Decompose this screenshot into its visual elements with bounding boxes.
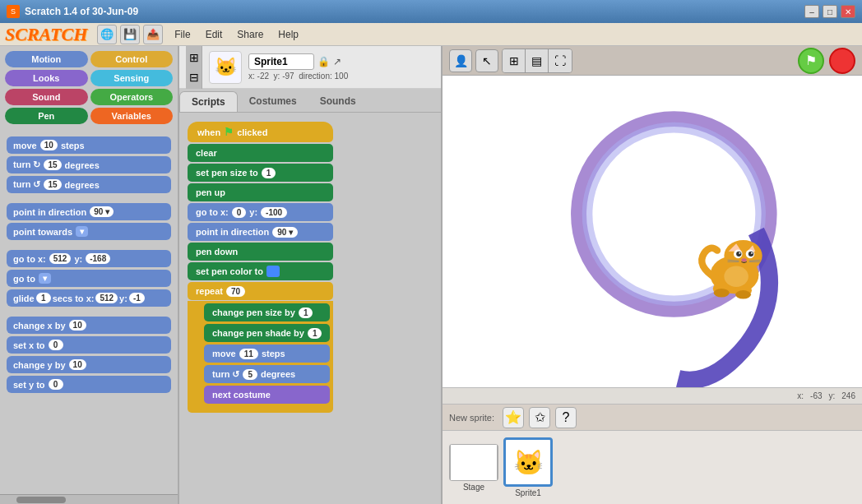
sprite-coordinates: x: -22 y: -97 direction: 100 xyxy=(248,72,434,81)
direction-arrow: ↗ xyxy=(333,56,341,67)
sprite1-thumbnail-item[interactable]: 🐱 Sprite1 xyxy=(503,437,553,497)
blocks-panel: Motion Control Looks Sensing Sound Opera… xyxy=(0,46,179,504)
category-pen[interactable]: Pen xyxy=(5,108,88,124)
block-set-pen-color[interactable]: set pen color to xyxy=(188,262,333,280)
view-full-button[interactable]: ⛶ xyxy=(549,49,572,72)
category-control[interactable]: Control xyxy=(90,51,174,67)
stage-thumb-box xyxy=(449,444,498,481)
sprite-name-input[interactable] xyxy=(248,53,314,70)
menu-file[interactable]: File xyxy=(168,26,197,43)
block-goto-xy-0-neg100[interactable]: go to x: 0 y: -100 xyxy=(188,203,333,221)
block-point-dir-90[interactable]: point in direction 90 ▾ xyxy=(188,223,333,241)
sprite-direction: 100 xyxy=(335,72,349,81)
category-sensing[interactable]: Sensing xyxy=(90,70,174,86)
new-sprite-paint-button[interactable]: ⭐ xyxy=(503,407,524,428)
expand-stage-btn[interactable]: ⊞ xyxy=(189,51,199,64)
sprite1-label: Sprite1 xyxy=(515,488,541,497)
blocks-scrollbar[interactable] xyxy=(0,494,178,504)
pen-color-swatch[interactable] xyxy=(266,266,280,277)
tab-costumes[interactable]: Costumes xyxy=(238,91,308,112)
flag-icon: ⚑ xyxy=(224,126,234,138)
blocks-list: move 10 steps turn ↻ 15 degrees turn ↺ 1… xyxy=(0,129,178,494)
sprite-y: -97 xyxy=(282,72,294,81)
block-goto[interactable]: go to ▾ xyxy=(7,270,171,287)
block-goto-xy[interactable]: go to x: 512 y: -168 xyxy=(7,250,171,267)
stage-controls: ⚑ xyxy=(798,48,855,74)
block-move[interactable]: move 10 steps xyxy=(7,136,171,154)
block-clear[interactable]: clear xyxy=(188,144,333,162)
svg-point-21 xyxy=(714,289,730,298)
menu-edit[interactable]: Edit xyxy=(199,26,229,43)
sprite-info-bar: ⊞ ⊟ 🐱 🔒 ↗ x: -22 y: -97 direction: 100 xyxy=(179,46,441,89)
category-variables[interactable]: Variables xyxy=(90,108,174,124)
sprite-x: -22 xyxy=(257,72,269,81)
view-normal-button[interactable]: ⊞ xyxy=(503,49,526,72)
repeat-bottom xyxy=(188,406,333,413)
block-turn-ccw[interactable]: turn ↺ 15 degrees xyxy=(7,176,171,193)
category-operators[interactable]: Operators xyxy=(90,89,174,105)
block-pen-down[interactable]: pen down xyxy=(188,243,333,261)
menu-share[interactable]: Share xyxy=(230,26,270,43)
block-next-costume[interactable]: next costume xyxy=(204,386,330,404)
block-turn-5[interactable]: turn ↺ 5 degrees xyxy=(204,365,330,383)
stage-thumbnail-item[interactable]: Stage xyxy=(449,444,498,492)
block-change-pen-shade[interactable]: change pen shade by 1 xyxy=(204,324,330,342)
block-change-pen-size[interactable]: change pen size by 1 xyxy=(204,303,330,321)
category-sound[interactable]: Sound xyxy=(5,89,88,105)
repeat-inner: change pen size by 1 change pen shade by… xyxy=(188,301,333,406)
svg-point-10 xyxy=(736,252,741,257)
svg-point-22 xyxy=(735,290,751,299)
tab-scripts[interactable]: Scripts xyxy=(179,91,238,112)
scripts-workspace[interactable]: when ⚑ clicked clear set pen size to 1 p… xyxy=(179,113,441,504)
save-button[interactable]: 💾 xyxy=(120,25,140,44)
sprite1-thumb-box: 🐱 xyxy=(503,437,553,487)
sprite-thumbnail: 🐱 xyxy=(209,51,242,84)
svg-point-12 xyxy=(739,252,740,254)
block-point-direction[interactable]: point in direction 90 ▾ xyxy=(7,203,171,220)
sprites-area: Stage 🐱 Sprite1 xyxy=(443,430,862,504)
script-tabs: Scripts Costumes Sounds xyxy=(179,89,441,113)
right-panel: 👤 ↖ ⊞ ▤ ⛶ ⚑ xyxy=(443,46,862,504)
minimize-button[interactable]: – xyxy=(804,5,819,18)
person-icon-button[interactable]: 👤 xyxy=(449,49,472,72)
tab-sounds[interactable]: Sounds xyxy=(308,91,368,112)
stop-button[interactable] xyxy=(829,48,855,74)
scrollbar-thumb[interactable] xyxy=(16,497,66,503)
block-change-y[interactable]: change y by 10 xyxy=(7,356,171,373)
scripts-panel: ⊞ ⊟ 🐱 🔒 ↗ x: -22 y: -97 direction: 100 S… xyxy=(179,46,443,504)
block-glide[interactable]: glide 1 secs to x: 512 y: -1 xyxy=(7,289,171,307)
share-button[interactable]: 📤 xyxy=(143,25,163,44)
block-repeat[interactable]: repeat 70 xyxy=(188,282,333,300)
block-when-flag-clicked[interactable]: when ⚑ clicked xyxy=(188,122,333,142)
svg-point-13 xyxy=(751,252,753,254)
block-change-x[interactable]: change x by 10 xyxy=(7,317,171,334)
svg-point-14 xyxy=(741,258,746,261)
category-looks[interactable]: Looks xyxy=(5,70,88,86)
new-sprite-random-button[interactable]: ? xyxy=(555,407,577,428)
main-layout: Motion Control Looks Sensing Sound Opera… xyxy=(0,46,862,504)
maximize-button[interactable]: □ xyxy=(823,5,837,18)
view-wide-button[interactable]: ▤ xyxy=(526,49,549,72)
block-set-y[interactable]: set y to 0 xyxy=(7,376,171,393)
block-point-towards[interactable]: point towards ▾ xyxy=(7,223,171,240)
lock-icon: 🔒 xyxy=(317,56,330,67)
sprite1-cat-icon: 🐱 xyxy=(513,448,544,477)
block-set-pen-size[interactable]: set pen size to 1 xyxy=(188,164,333,182)
coords-display: x: -63 y: 246 xyxy=(443,387,862,404)
block-set-x[interactable]: set x to 0 xyxy=(7,336,171,354)
y-value: 246 xyxy=(841,391,855,400)
menu-help[interactable]: Help xyxy=(271,26,305,43)
svg-point-23 xyxy=(724,266,748,287)
new-sprite-file-button[interactable]: ✩ xyxy=(529,407,550,428)
shrink-stage-btn[interactable]: ⊟ xyxy=(189,71,199,84)
globe-icon-button[interactable]: 🌐 xyxy=(97,25,117,44)
close-button[interactable]: ✕ xyxy=(841,5,855,18)
green-flag-button[interactable]: ⚑ xyxy=(798,48,824,74)
category-motion[interactable]: Motion xyxy=(5,51,88,67)
block-move-11[interactable]: move 11 steps xyxy=(204,344,330,363)
block-turn-cw[interactable]: turn ↻ 15 degrees xyxy=(7,156,171,173)
sprite-details: 🔒 ↗ x: -22 y: -97 direction: 100 xyxy=(248,53,434,81)
block-pen-up[interactable]: pen up xyxy=(188,183,333,201)
block-repeat-container: repeat 70 change pen size by 1 change pe… xyxy=(188,281,333,413)
cursor-icon-button[interactable]: ↖ xyxy=(475,49,498,72)
